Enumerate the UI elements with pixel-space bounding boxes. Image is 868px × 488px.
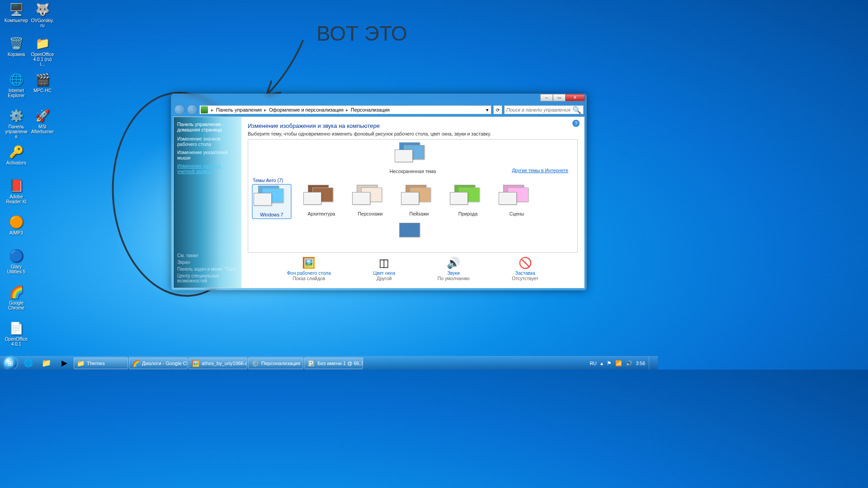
pinned-app[interactable]: 🌐 — [19, 357, 37, 369]
desktop-icon-label: OVGorskiy.ru — [30, 18, 55, 28]
desktop-icon-label: Activators — [4, 160, 29, 166]
sidebar-see-also: См. также Экран Панель задач и меню "Пус… — [177, 251, 238, 283]
theme-label: Природа — [450, 211, 486, 216]
themes-scroll-area[interactable]: Несохраненная тема Другие темы в Интерне… — [248, 139, 578, 253]
bottom-option-icon: 🔊 — [445, 257, 462, 269]
desktop-icon-image: 🟠 — [9, 215, 24, 229]
bottom-option[interactable]: 🖼️Фон рабочего столаПоказ слайдов — [287, 257, 331, 281]
search-input[interactable] — [506, 107, 572, 113]
desktop-icon-image: 📄 — [9, 321, 24, 335]
desktop-icon-image: 🐺 — [35, 2, 50, 17]
desktop-icon[interactable]: 🔑Activators — [4, 145, 29, 166]
see-also-display[interactable]: Экран — [177, 260, 238, 265]
bottom-option[interactable]: ◫Цвет окнаДругой — [373, 257, 395, 281]
desktop-icon-image: 🖥️ — [9, 2, 24, 17]
see-also-taskbar[interactable]: Панель задач и меню "Пуск" — [177, 267, 238, 272]
back-button[interactable]: ← — [174, 104, 185, 115]
bottom-option-title: Заставка — [512, 270, 538, 276]
forward-button[interactable]: → — [187, 104, 198, 115]
task-icon: 🌈 — [132, 360, 139, 367]
desktop-icon-image: 📕 — [9, 178, 24, 193]
titlebar[interactable]: ─ ▭ ✕ — [171, 94, 586, 104]
help-icon[interactable]: ? — [572, 120, 580, 127]
task-label: Без имени-1 @ 66,7... — [317, 361, 363, 366]
desktop-icon[interactable]: 🐺OVGorskiy.ru — [30, 2, 55, 28]
desktop-icon-label: Google Chrome — [4, 300, 29, 311]
bottom-option-value: Отсутствует — [512, 276, 538, 281]
bottom-option-title: Цвет окна — [373, 270, 395, 276]
tray-arrow-icon[interactable]: ▴ — [600, 360, 603, 366]
minimize-button[interactable]: ─ — [540, 94, 553, 101]
taskbar-task[interactable]: 🌈Диалоги - Google Ch... — [129, 357, 188, 369]
volume-icon[interactable]: 🔊 — [626, 360, 632, 366]
refresh-button[interactable]: ⟳ — [493, 105, 502, 114]
taskbar-task[interactable]: 📁Themes — [74, 357, 128, 369]
pinned-app[interactable]: 📁 — [38, 357, 55, 369]
network-icon[interactable]: 📶 — [615, 360, 622, 366]
crumb-root[interactable]: Панель управления — [215, 107, 263, 113]
desktop-icon[interactable]: 🔵Glary Utilities 5 — [4, 249, 29, 275]
desktop-icon-image: 🎬 — [35, 72, 50, 87]
language-indicator[interactable]: RU — [590, 361, 596, 366]
desktop-icon[interactable]: 📄OpenOffice 4.0.1 — [4, 321, 29, 347]
sidebar-home-link[interactable]: Панель управления - домашняя страница — [177, 122, 238, 132]
see-also-ease[interactable]: Центр специальных возможностей — [177, 273, 238, 283]
sidebar-link-account-picture[interactable]: Изменение рисунка учетной записи — [177, 163, 238, 174]
taskbar-task[interactable]: 🅿️Без имени-1 @ 66,7... — [304, 357, 363, 369]
crumb-mid[interactable]: Оформление и персонализация — [268, 107, 344, 113]
start-button[interactable] — [2, 357, 19, 370]
desktop-icon[interactable]: 🌈Google Chrome — [4, 285, 29, 311]
taskbar-task[interactable]: 🖼️athos_by_uriy1966-d8... — [189, 357, 247, 369]
bottom-option-icon: 🖼️ — [301, 257, 317, 269]
close-button[interactable]: ✕ — [566, 94, 585, 101]
more-themes-link[interactable]: Другие темы в Интернете — [512, 168, 568, 173]
bottom-option-title: Звуки — [438, 270, 470, 276]
search-box[interactable]: 🔍 — [504, 105, 584, 114]
desktop-icon-image: ⚙️ — [9, 108, 24, 123]
bottom-option[interactable]: 🔊ЗвукиПо умолчанию — [438, 257, 470, 281]
theme-card[interactable]: Сцены — [499, 185, 535, 216]
crumb-leaf[interactable]: Персонализация — [350, 107, 391, 113]
show-desktop-button[interactable] — [649, 357, 653, 370]
theme-card[interactable]: Windows 7 — [253, 185, 291, 218]
theme-card[interactable]: Пейзажи — [401, 185, 437, 216]
desktop-icon[interactable]: 🎬MPC-HC — [30, 72, 55, 94]
desktop-icon[interactable]: 📕Adobe Reader XI — [4, 178, 29, 205]
crumb-dropdown-icon[interactable]: ▾ — [485, 107, 490, 113]
bottom-option-icon: 🚫 — [517, 257, 533, 269]
flag-icon[interactable]: ⚑ — [607, 360, 612, 366]
maximize-button[interactable]: ▭ — [553, 94, 566, 101]
bottom-option-value: Показ слайдов — [287, 276, 331, 281]
sidebar-link-mouse-pointers[interactable]: Изменение указателей мыши — [177, 150, 238, 160]
aero-category-label: Темы Aero (7) — [253, 178, 573, 183]
sidebar-link-desktop-icons[interactable]: Изменение значков рабочего стола — [177, 136, 238, 147]
bottom-option-value: По умолчанию — [438, 276, 470, 281]
theme-label: Сцены — [499, 211, 535, 216]
desktop-icon[interactable]: 🌐Internet Explorer — [4, 72, 29, 99]
theme-partial[interactable] — [253, 223, 573, 247]
desktop-icon[interactable]: 🖥️Компьютер — [4, 2, 29, 23]
theme-label: Windows 7 — [254, 212, 290, 217]
theme-card[interactable]: Природа — [450, 185, 486, 216]
search-icon[interactable]: 🔍 — [572, 106, 581, 114]
desktop-icon[interactable]: 📁OpenOffice 4.0.1 (ru) I... — [30, 36, 55, 67]
personalization-window: ─ ▭ ✕ ← → ▸ Панель управления ▸ Оформлен… — [171, 94, 587, 291]
breadcrumb[interactable]: ▸ Панель управления ▸ Оформление и персо… — [199, 105, 491, 114]
page-subtitle: Выберите тему, чтобы одновременно измени… — [248, 131, 578, 136]
theme-card[interactable]: Архитектура — [303, 185, 340, 216]
desktop-icon[interactable]: 🟠AIMP3 — [4, 215, 29, 236]
theme-card[interactable]: Персонажи — [352, 185, 388, 216]
desktop-icon[interactable]: 🚀MSI Afterburner — [30, 108, 55, 135]
bottom-option[interactable]: 🚫ЗаставкаОтсутствует — [512, 257, 538, 281]
system-tray: RU ▴ ⚑ 📶 🔊 3:56 — [590, 357, 656, 370]
task-label: athos_by_uriy1966-d8... — [202, 361, 247, 366]
desktop-icon-label: Internet Explorer — [4, 88, 29, 99]
clock[interactable]: 3:56 — [636, 361, 645, 366]
task-label: Диалоги - Google Ch... — [142, 361, 188, 366]
desktop-icon[interactable]: ⚙️Панель управления — [4, 108, 29, 140]
pinned-app[interactable]: ▶ — [56, 357, 73, 369]
taskbar-task[interactable]: ⚙️Персонализация — [248, 357, 303, 369]
desktop-icon[interactable]: 🗑️Корзина — [4, 36, 29, 57]
page-title: Изменение изображения и звука на компьют… — [248, 122, 578, 129]
desktop-icon-image: 🌐 — [9, 72, 24, 87]
